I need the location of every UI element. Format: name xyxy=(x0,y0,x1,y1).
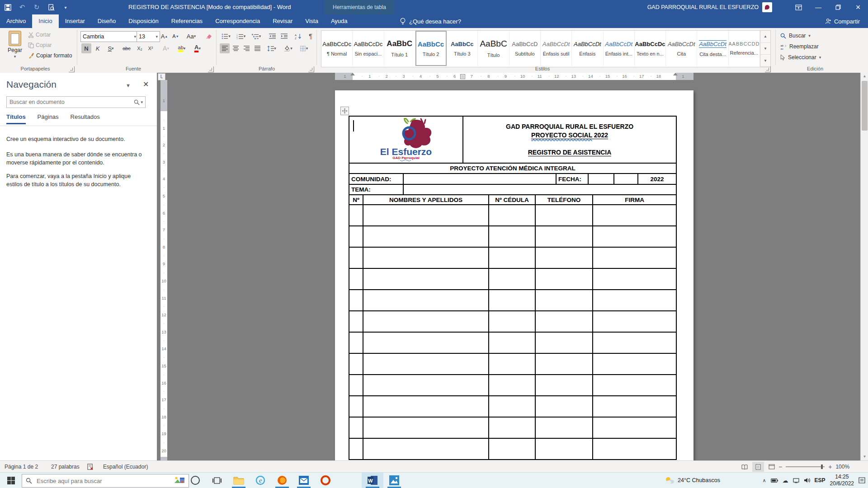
table-cell[interactable] xyxy=(489,311,535,332)
tab-correspondencia[interactable]: Correspondencia xyxy=(209,14,266,28)
taskbar-app-office[interactable] xyxy=(315,473,336,488)
zoom-slider-thumb[interactable] xyxy=(821,465,823,469)
right-indent-marker[interactable] xyxy=(673,73,678,75)
onedrive-cloud-icon[interactable]: ☁ xyxy=(783,477,788,484)
table-cell[interactable] xyxy=(593,205,676,226)
table-cell[interactable] xyxy=(363,353,489,375)
scrollbar-thumb[interactable] xyxy=(862,81,868,131)
font-color-button[interactable]: A▾ xyxy=(191,43,204,53)
gallery-up-icon[interactable]: ▲ xyxy=(760,31,770,43)
table-cell[interactable] xyxy=(593,438,676,460)
taskbar-app-firefox[interactable] xyxy=(271,473,293,488)
font-dialog-launcher[interactable] xyxy=(208,66,214,72)
show-paragraph-marks-button[interactable]: ¶ xyxy=(306,31,316,41)
left-indent-marker[interactable] xyxy=(350,73,355,75)
table-cell[interactable] xyxy=(535,226,593,247)
style-t-tulo[interactable]: AaBbCTítulo xyxy=(478,31,509,66)
table-cell[interactable] xyxy=(593,353,676,375)
style-t-tulo-2[interactable]: AaBbCcTítulo 2 xyxy=(415,31,447,66)
volume-icon[interactable] xyxy=(804,478,810,483)
table-cell[interactable] xyxy=(363,332,489,353)
taskbar-app-photos[interactable] xyxy=(383,473,405,488)
proofing-status-icon[interactable] xyxy=(87,461,94,473)
taskbar-search-input[interactable] xyxy=(36,477,170,485)
table-cell[interactable] xyxy=(489,353,535,375)
taskbar-app-internet-explorer[interactable]: e xyxy=(250,473,271,488)
table-cell[interactable] xyxy=(535,247,593,268)
tab-insertar[interactable]: Insertar xyxy=(59,14,91,28)
table-cell[interactable] xyxy=(349,417,363,438)
underline-button[interactable]: S▾ xyxy=(104,43,118,53)
close-button[interactable]: × xyxy=(848,0,868,14)
tab-disposición[interactable]: Disposición xyxy=(122,14,165,28)
cortana-button[interactable] xyxy=(184,473,206,488)
decrease-indent-button[interactable] xyxy=(267,31,278,41)
comunidad-value-cell[interactable] xyxy=(403,174,556,184)
grow-font-button[interactable]: A▲ xyxy=(159,31,170,41)
table-cell[interactable] xyxy=(349,205,363,226)
navigation-search-input[interactable] xyxy=(7,99,133,105)
tab-stop-selector[interactable]: L xyxy=(158,73,165,80)
search-icon[interactable] xyxy=(134,99,140,105)
network-icon[interactable] xyxy=(793,478,799,483)
column-header-3[interactable]: Nº CÉDULA xyxy=(489,195,535,205)
superscript-button[interactable]: X² xyxy=(146,43,156,53)
table-cell[interactable] xyxy=(593,417,676,438)
horizontal-ruler[interactable]: 1·1·2·3·4·5·6·7·8·9·10·11·12·13·14·15·16… xyxy=(335,73,693,80)
shrink-font-button[interactable]: A▼ xyxy=(170,31,181,41)
table-cell[interactable] xyxy=(363,247,489,268)
document-scrollbar[interactable]: ▲ ▼ xyxy=(860,73,868,460)
table-cell[interactable] xyxy=(349,226,363,247)
table-cell[interactable] xyxy=(489,247,535,268)
word-count[interactable]: 27 palabras xyxy=(51,461,80,473)
zoom-in-button[interactable]: + xyxy=(828,463,832,470)
table-cell[interactable] xyxy=(363,226,489,247)
clipboard-dialog-launcher[interactable] xyxy=(69,66,75,72)
table-cell[interactable] xyxy=(363,205,489,226)
multilevel-list-button[interactable]: ▾ xyxy=(250,31,263,41)
page-indicator[interactable]: Página 1 de 2 xyxy=(5,461,38,473)
tema-label-cell[interactable]: TEMA: xyxy=(349,184,403,195)
taskbar-app-file-explorer[interactable] xyxy=(228,473,250,488)
hidden-icons-chevron[interactable]: ∧ xyxy=(763,478,766,483)
increase-indent-button[interactable] xyxy=(278,31,289,41)
styles-gallery-scroll[interactable]: ▲ ▼ ▼ xyxy=(760,30,771,67)
highlight-color-button[interactable]: ab▾ xyxy=(175,43,189,53)
font-size-combo[interactable]: 13▾ xyxy=(137,31,160,42)
print-layout-icon[interactable] xyxy=(752,462,764,472)
clock[interactable]: 14:25 20/6/2022 xyxy=(830,474,854,487)
table-cell[interactable] xyxy=(535,205,593,226)
table-cell[interactable] xyxy=(349,311,363,332)
table-cell[interactable] xyxy=(535,353,593,375)
styles-dialog-launcher[interactable] xyxy=(765,66,771,72)
numbering-button[interactable]: 123▾ xyxy=(234,31,248,41)
table-cell[interactable] xyxy=(489,268,535,290)
fecha-day-cell[interactable] xyxy=(588,174,614,184)
paste-dropdown[interactable]: ▾ xyxy=(14,54,16,59)
language-indicator[interactable]: Español (Ecuador) xyxy=(103,461,148,473)
project-title-cell[interactable]: PROYECTO ATENCIÓN MÉDICA INTEGRAL xyxy=(349,163,676,174)
tab-archivo[interactable]: Archivo xyxy=(0,14,32,28)
account-area[interactable]: GAD PARROQUIAL RURAL EL ESFUERZO xyxy=(647,0,772,14)
logo-cell[interactable]: El Esfuerzo GAD Parroquial xyxy=(349,116,463,163)
table-cell[interactable] xyxy=(489,205,535,226)
battery-icon[interactable] xyxy=(771,479,778,483)
redo-icon[interactable]: ↻ xyxy=(33,3,41,11)
table-cell[interactable] xyxy=(363,290,489,311)
table-cell[interactable] xyxy=(489,290,535,311)
gallery-more-icon[interactable]: ▼ xyxy=(760,55,770,67)
copy-button[interactable]: Copiar xyxy=(28,42,52,48)
fecha-year-cell[interactable]: 2022 xyxy=(638,174,676,184)
format-painter-button[interactable]: Copiar formato xyxy=(28,52,72,59)
align-left-button[interactable] xyxy=(220,43,230,53)
table-cell[interactable] xyxy=(489,438,535,460)
nav-tab-títulos[interactable]: Títulos xyxy=(6,113,26,124)
taskbar-app-mail[interactable] xyxy=(293,473,315,488)
table-cell[interactable] xyxy=(489,226,535,247)
document-page[interactable]: El Esfuerzo GAD Parroquial GAD PARROQUIA… xyxy=(335,90,693,460)
save-icon[interactable] xyxy=(4,3,12,11)
table-cell[interactable] xyxy=(489,396,535,417)
document-header-cell[interactable]: GAD PARROQUIAL RURAL EL ESFUERZO PROYECT… xyxy=(463,116,676,163)
scroll-up-icon[interactable]: ▲ xyxy=(861,73,868,80)
table-cell[interactable] xyxy=(363,417,489,438)
